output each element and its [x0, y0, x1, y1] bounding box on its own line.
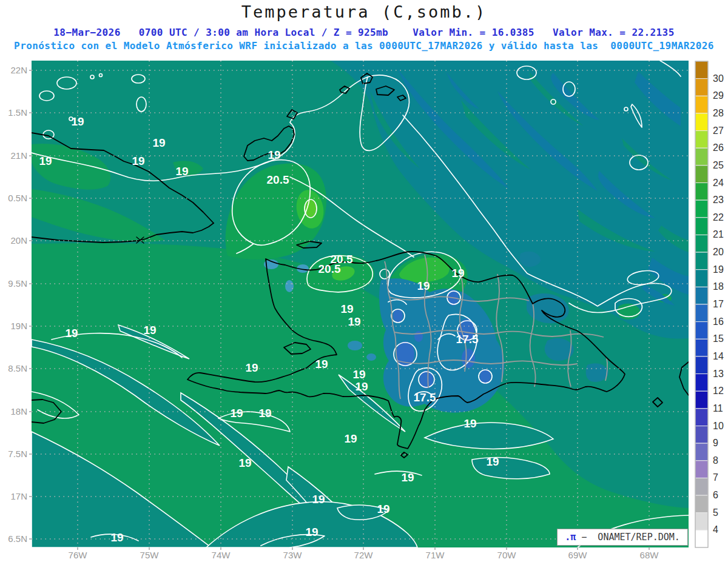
colorbar-tick-label: 30: [713, 73, 724, 84]
colorbar-tick-label: 12: [713, 386, 724, 396]
colorbar: 3029282726252423222120191817161514131211…: [695, 61, 724, 547]
x-axis-tick-label: 71W: [426, 550, 445, 560]
colorbar-segment: [695, 356, 708, 374]
colorbar-segment: [695, 304, 708, 322]
colorbar-segment: [695, 443, 708, 461]
y-axis-tick-label: 7.5N: [8, 449, 27, 459]
contour-value-label: 19: [65, 327, 78, 340]
x-axis-tick-label: 74W: [212, 550, 231, 560]
watermark-box: .π − ONAMET/REP.DOM.: [557, 529, 688, 546]
colorbar-tick-label: 22: [713, 212, 724, 222]
colorbar-tick-label: 28: [713, 108, 724, 118]
colorbar-tick-label: 15: [713, 333, 724, 344]
colorbar-segment: [695, 235, 708, 252]
colorbar-tick-label: 8: [713, 455, 718, 466]
colorbar-segment: [695, 183, 708, 201]
contour-value-label: 19: [305, 526, 318, 538]
y-axis-tick-label: 22N: [10, 65, 27, 75]
contour-value-label: 19: [377, 503, 389, 515]
contour-value-label: 19: [312, 493, 325, 506]
colorbar-tick-label: 5: [713, 507, 718, 518]
x-axis-tick-label: 75W: [140, 550, 160, 560]
watermark-text: − ONAMET/REP.DOM.: [576, 532, 680, 543]
colorbar-tick-label: 4: [713, 524, 718, 535]
colorbar-tick-label: 24: [713, 178, 724, 188]
contour-value-label: 19: [355, 380, 368, 393]
weather-map-page: Temperatura (C,somb.) 18−Mar−2026 0700 U…: [0, 0, 728, 562]
contour-value-label: 19: [152, 136, 165, 149]
contour-value-label: 19: [486, 455, 499, 468]
colorbar-segment: [695, 166, 708, 183]
colorbar-tick-label: 26: [713, 142, 724, 153]
colorbar-tick-label: 6: [713, 490, 718, 500]
contour-value-label: 19: [238, 457, 251, 469]
colorbar-tick-label: 25: [713, 160, 724, 170]
x-axis-tick-label: 76W: [69, 550, 88, 560]
colorbar-tick-label: 17: [713, 299, 724, 309]
colorbar-segment: [695, 513, 708, 530]
contour-value-label: 19: [348, 315, 360, 328]
y-axis-tick-label: 18N: [10, 406, 27, 416]
y-axis-tick-label: 20N: [10, 235, 27, 246]
contour-value-label: 19: [132, 155, 144, 167]
colorbar-segment: [695, 478, 708, 495]
colorbar-segment: [695, 218, 708, 235]
colorbar-tick-label: 21: [713, 229, 724, 239]
contour-value-label: 19: [258, 407, 271, 420]
x-axis-tick-label: 72W: [354, 550, 374, 560]
y-axis-tick-label: 0.5N: [8, 193, 27, 203]
colorbar-tick-label: 13: [713, 369, 724, 379]
colorbar-segment: [695, 270, 708, 287]
contour-value-label: 19: [417, 279, 430, 292]
contour-value-label: 19: [110, 531, 123, 544]
colorbar-segment: [695, 287, 708, 304]
colorbar-segment: [695, 200, 708, 218]
contour-value-label: 17.5: [414, 391, 436, 404]
colorbar-segment: [695, 374, 708, 392]
colorbar-segment: [695, 61, 708, 79]
contour-value-label: 19: [340, 303, 353, 315]
map-area: 1919191919191919191919191919191919191919…: [32, 61, 689, 547]
x-axis-labels: 76W75W74W73W72W71W70W69W68W: [69, 547, 659, 560]
contour-value-label: 19: [39, 155, 52, 167]
colorbar-tick-label: 11: [713, 403, 723, 413]
colorbar-segment: [695, 495, 708, 513]
colorbar-tick-label: 14: [713, 351, 724, 361]
colorbar-segment: [695, 409, 708, 426]
colorbar-segment: [695, 96, 708, 113]
map-plot: 1919191919191919191919191919191919191919…: [0, 0, 728, 562]
x-axis-tick-label: 73W: [283, 550, 303, 560]
colorbar-segment: [695, 339, 708, 356]
y-axis-labels: 22N1.5N21N0.5N20N9.5N19N8.5N18N7.5N17N6.…: [8, 65, 32, 544]
contour-value-label: 19: [245, 361, 258, 374]
colorbar-tick-label: 7: [713, 472, 718, 483]
colorbar-segment: [695, 252, 708, 270]
colorbar-segment: [695, 79, 708, 96]
contour-value-label: 19: [230, 407, 243, 420]
contour-value-label: 19: [463, 417, 476, 430]
contour-value-label: 19: [71, 115, 84, 128]
colorbar-tick-label: 19: [713, 264, 724, 275]
contour-value-label: 19: [175, 165, 188, 178]
colorbar-segment: [695, 148, 708, 166]
y-axis-tick-label: 19N: [10, 321, 27, 331]
colorbar-tick-label: 16: [713, 316, 724, 327]
contour-value-label: 20.5: [267, 173, 289, 186]
colorbar-tick-label: 29: [713, 90, 724, 101]
contour-value-label: 17.5: [456, 333, 479, 346]
x-axis-tick-label: 69W: [568, 550, 588, 560]
contour-value-label: 19: [451, 267, 464, 279]
contour-value-label: 19: [401, 471, 414, 484]
colorbar-segment: [695, 461, 708, 478]
y-axis-tick-label: 21N: [10, 150, 27, 161]
colorbar-segment: [695, 113, 708, 131]
pi-logo-icon: .π: [565, 532, 576, 543]
contour-value-label: 20.5: [318, 263, 341, 275]
colorbar-tick-label: 9: [713, 438, 718, 448]
x-axis-tick-label: 68W: [640, 550, 659, 560]
colorbar-segment: [695, 391, 708, 409]
colorbar-segment: [695, 530, 708, 547]
colorbar-tick-label: 27: [713, 125, 724, 136]
contour-value-label: 19: [315, 358, 328, 370]
y-axis-tick-label: 8.5N: [8, 363, 27, 373]
